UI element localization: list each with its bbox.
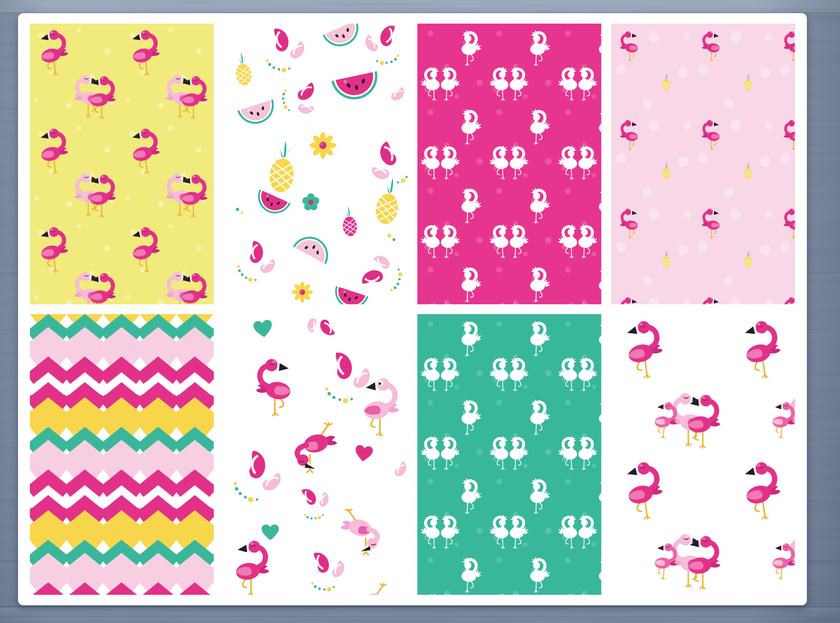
scene: [0, 0, 840, 623]
swatch-flamingo-paisley-on-white: [224, 314, 408, 595]
swatch-flamingos-on-yellow: [30, 24, 214, 304]
swatch-white-silhouettes-on-pink: [417, 24, 602, 304]
swatch-grid: [30, 24, 795, 595]
chevron-pattern: [30, 314, 214, 595]
swatch-chevron: [30, 314, 214, 595]
silhouettes-on-teal-pattern: [417, 314, 602, 595]
swatch-tropical-fruit: [224, 24, 408, 304]
swatch-mini-flamingos-on-pale-pink: [611, 24, 795, 304]
swatch-white-silhouettes-on-teal: [417, 314, 602, 595]
plank-seam: [0, 617, 840, 617]
swatch-flamingos-on-white: [611, 314, 795, 595]
swatch-background: [224, 314, 408, 595]
flamingos-on-yellow-pattern: [30, 24, 214, 304]
flamingo-paisley-pattern: [224, 314, 408, 595]
plank-seam: [0, 606, 840, 608]
pattern-sheet: [18, 13, 807, 605]
flamingos-on-white-pattern: [611, 314, 795, 595]
mini-flamingos-pattern: [611, 24, 795, 304]
silhouettes-on-pink-pattern: [417, 24, 602, 304]
tropical-fruit-pattern: [224, 24, 408, 304]
